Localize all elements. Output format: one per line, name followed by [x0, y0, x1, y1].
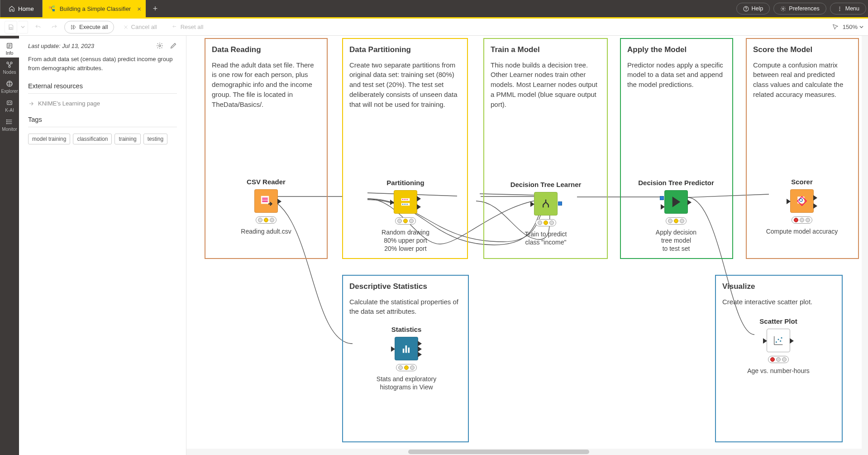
node-tree-learner[interactable]: Decision Tree Learner Train to predict c… — [496, 181, 596, 246]
svg-point-26 — [6, 120, 7, 120]
svg-point-21 — [8, 102, 9, 103]
rail-kai[interactable]: K-AI — [0, 96, 19, 115]
redo-icon — [51, 24, 58, 30]
svg-rect-2 — [52, 9, 55, 11]
workflow-tab[interactable]: Building a Simple Classifier × — [43, 0, 146, 17]
last-update: Last update: Jul 13, 2023 — [28, 43, 94, 49]
workflow-canvas[interactable]: Data Reading Read the adult data set fil… — [186, 36, 865, 452]
tag[interactable]: model training — [28, 134, 70, 144]
info-panel: Last update: Jul 13, 2023 From adult dat… — [19, 36, 186, 455]
node-statistics[interactable]: Statistics Stats and exploratory histogr… — [357, 326, 456, 391]
tags-header: Tags — [28, 116, 177, 123]
chevron-down-icon — [859, 25, 863, 29]
node-tree-predictor[interactable]: Decision Tree Predictor Apply decision t… — [626, 179, 726, 253]
workflow-icon — [49, 5, 56, 12]
external-resources-header: External resources — [28, 82, 177, 90]
nodes-rail-icon — [6, 61, 13, 68]
svg-point-50 — [777, 339, 779, 340]
help-button[interactable]: Help — [736, 3, 770, 14]
arrow-right-icon — [28, 101, 34, 107]
reset-all-label: Reset all — [181, 24, 204, 30]
cancel-icon — [123, 24, 129, 30]
svg-rect-20 — [7, 101, 12, 105]
home-icon — [9, 5, 15, 12]
monitor-rail-icon — [6, 118, 13, 125]
svg-point-27 — [6, 121, 7, 122]
node-partitioning[interactable]: Partitioning Random drawing 80% upper po… — [356, 179, 455, 253]
svg-point-40 — [405, 204, 405, 205]
learner-icon — [539, 197, 552, 210]
edit-icon[interactable] — [170, 42, 177, 49]
save-icon — [8, 24, 14, 30]
svg-point-41 — [406, 204, 407, 205]
rail-monitor[interactable]: Monitor — [0, 115, 19, 134]
scatter-icon — [772, 334, 785, 347]
home-label: Home — [18, 5, 34, 12]
tag[interactable]: training — [114, 134, 140, 144]
rail-info[interactable]: Info — [0, 38, 19, 57]
svg-point-7 — [839, 8, 840, 9]
svg-rect-45 — [405, 345, 407, 353]
tag[interactable]: testing — [143, 134, 167, 144]
gear-icon[interactable] — [156, 42, 163, 49]
learning-page-link[interactable]: KNIME's Learning page — [28, 100, 177, 107]
rail-explorer[interactable]: Explorer — [0, 77, 19, 96]
svg-point-39 — [402, 204, 403, 205]
preferences-button[interactable]: Preferences — [773, 3, 826, 14]
stats-icon — [400, 342, 413, 355]
home-tab[interactable]: Home — [0, 0, 43, 17]
tags-list: model training classification training t… — [28, 134, 177, 144]
partitioning-icon — [399, 196, 412, 208]
execute-all-label: Execute all — [79, 24, 108, 30]
play-all-icon — [70, 24, 76, 30]
save-button[interactable] — [5, 21, 17, 34]
vertical-scrollbar[interactable] — [862, 36, 868, 449]
info-rail-icon — [6, 42, 13, 49]
csv-reader-icon — [259, 194, 273, 208]
scorer-icon — [796, 195, 808, 207]
kai-rail-icon — [6, 99, 13, 106]
node-csv-reader[interactable]: CSV Reader Reading adult.csv — [216, 178, 316, 235]
svg-point-8 — [839, 10, 840, 11]
reset-all-button[interactable]: Reset all — [166, 21, 209, 34]
save-dropdown[interactable] — [18, 21, 28, 34]
new-tab-button[interactable]: + — [146, 0, 165, 17]
horizontal-scrollbar[interactable] — [186, 449, 868, 455]
node-scorer[interactable]: Scorer Compute model accuracy — [752, 178, 852, 235]
undo-button[interactable] — [32, 21, 44, 34]
predictor-icon — [670, 196, 682, 208]
menu-icon — [837, 6, 843, 12]
undo-icon — [34, 24, 42, 30]
svg-point-29 — [159, 45, 161, 47]
svg-point-22 — [10, 102, 10, 103]
svg-point-38 — [406, 199, 407, 200]
chevron-down-icon — [21, 25, 25, 29]
execute-all-button[interactable]: Execute all — [64, 21, 114, 34]
svg-point-36 — [402, 199, 403, 200]
explorer-rail-icon — [6, 80, 13, 87]
menu-label: Menu — [845, 5, 859, 12]
tag[interactable]: classification — [73, 134, 112, 144]
svg-point-49 — [776, 341, 777, 343]
svg-point-5 — [782, 8, 784, 9]
reset-icon — [172, 24, 178, 30]
workflow-description: From adult data set (census data) predic… — [28, 55, 177, 72]
rail-nodes[interactable]: Nodes — [0, 57, 19, 77]
close-tab-button[interactable]: × — [137, 5, 141, 13]
svg-point-51 — [780, 340, 781, 342]
help-icon — [743, 6, 749, 12]
menu-button[interactable]: Menu — [830, 3, 866, 14]
gear-icon — [780, 6, 786, 12]
cancel-all-label: Cancel all — [131, 24, 157, 30]
svg-rect-9 — [10, 27, 12, 29]
cancel-all-button[interactable]: Cancel all — [118, 21, 162, 34]
node-scatter-plot[interactable]: Scatter Plot Age vs. number-hours — [729, 317, 828, 375]
svg-rect-1 — [52, 5, 55, 8]
svg-point-6 — [839, 6, 840, 7]
redo-button[interactable] — [48, 21, 61, 34]
svg-rect-44 — [403, 349, 405, 353]
svg-point-28 — [6, 123, 7, 124]
svg-rect-0 — [49, 6, 51, 9]
zoom-level[interactable]: 150% — [843, 24, 863, 30]
workflow-tab-label: Building a Simple Classifier — [60, 5, 131, 12]
